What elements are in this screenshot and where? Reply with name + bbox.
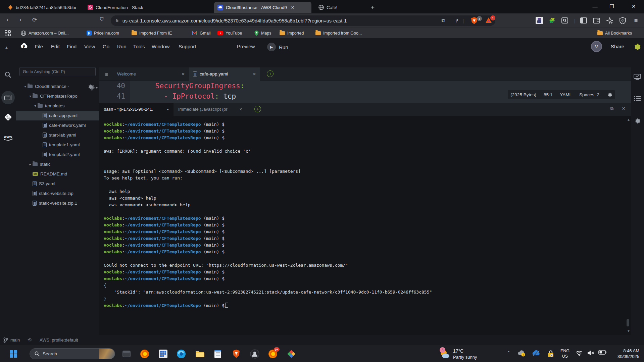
taskbar-brave-icon[interactable] <box>230 348 242 360</box>
search-window-icon[interactable] <box>560 16 569 25</box>
caret-icon[interactable]: ▾ <box>33 104 38 108</box>
wallet-icon[interactable] <box>592 16 601 25</box>
caret-icon[interactable]: ▸ <box>28 162 33 166</box>
new-editor-tab-icon[interactable]: + <box>267 70 274 77</box>
taskbar-window-app-icon[interactable] <box>120 348 133 360</box>
tree-item-start-lab-yaml[interactable]: start-lab.yaml <box>16 130 99 140</box>
terminal-scrollbar[interactable]: ▲ ▼ <box>626 118 630 332</box>
tree-item-cloud9instance-[interactable]: ▾Cloud9Instance - <box>16 82 99 91</box>
browser-tab-4[interactable]: Café! <box>315 2 362 13</box>
share-button[interactable]: Share <box>611 44 624 49</box>
scrollbar-thumb[interactable] <box>627 319 629 326</box>
site-settings-icon[interactable]: ⚞ <box>115 18 119 23</box>
git-branch-icon[interactable] <box>3 338 8 343</box>
tab-close-icon[interactable]: ✕ <box>182 72 185 76</box>
battery-icon[interactable] <box>598 350 606 355</box>
vpn-shield-icon[interactable] <box>618 16 627 25</box>
tab-close-icon[interactable]: ✕ <box>291 5 295 10</box>
taskbar-file-explorer-icon[interactable] <box>194 348 206 360</box>
tree-item-template1-yaml[interactable]: template1.yaml <box>16 140 99 150</box>
taskbar-dark-app-icon[interactable] <box>249 348 261 360</box>
editor-settings-gear-icon[interactable] <box>607 92 612 97</box>
search-icon[interactable] <box>0 71 16 78</box>
menu-edit[interactable]: Edit <box>51 44 60 49</box>
copy-icon[interactable]: ⧉ <box>442 18 445 23</box>
collapse-panel-icon[interactable]: ▲ <box>5 45 8 49</box>
bookmark-item[interactable]: Gmail <box>192 29 211 37</box>
outline-icon[interactable] <box>634 96 641 101</box>
tree-item-readme-md[interactable]: M▾README.md <box>16 169 99 179</box>
menu-tools[interactable]: Tools <box>133 44 145 49</box>
menu-support[interactable]: Support <box>179 44 196 49</box>
spaces-setting[interactable]: Spaces: 2 <box>579 92 599 97</box>
goto-anything-input[interactable]: Go to Anything (Ctrl-P) <box>19 67 96 76</box>
taskbar-firefox-badged-icon[interactable]: 9+ <box>267 348 279 360</box>
terminal-tab-2[interactable]: Immediate (Javascript (br× <box>174 103 247 116</box>
tree-item-s3-yaml[interactable]: S3.yaml <box>16 179 99 189</box>
menu-window[interactable]: Window <box>152 44 169 49</box>
profile-avatar-icon[interactable] <box>535 16 544 25</box>
bookmark-item[interactable]: Maps <box>254 29 271 37</box>
tab-list-hamburger-icon[interactable]: ≡ <box>105 71 108 77</box>
tree-root-gear-icon[interactable] <box>87 84 93 90</box>
browser-tab-1[interactable]: bd284da53241aa8fe56ffb3bbd0c4e3 <box>4 2 80 13</box>
tab-close-icon[interactable]: ✕ <box>253 72 256 76</box>
search-highlight-image[interactable] <box>99 349 115 359</box>
window-restore-button[interactable]: ❐ <box>604 0 620 13</box>
taskbar-firefox-icon[interactable] <box>139 348 151 360</box>
tree-item-cftemplatesrepo[interactable]: ▾CFTemplatesRepo <box>16 91 99 101</box>
terminal[interactable]: voclabs:~/environment/CFTemplatesRepo (m… <box>99 116 631 335</box>
close-panel-icon[interactable]: ✕ <box>622 106 626 111</box>
editor-tab-welcome[interactable]: Welcome✕ <box>113 67 189 81</box>
sync-icon[interactable]: ⟲ <box>28 337 32 343</box>
taskbar-search[interactable]: Search <box>30 348 115 359</box>
menu-file[interactable]: File <box>35 44 43 49</box>
code-editor[interactable]: 4041 SecurityGroupIngress: - IpProtocol:… <box>99 81 631 103</box>
run-button[interactable]: ▶ Run <box>267 42 288 52</box>
tab-close-icon[interactable]: × <box>239 107 242 112</box>
bookmark-item[interactable]: Imported From IE <box>132 29 172 37</box>
wifi-icon[interactable] <box>576 350 583 356</box>
tree-item-static[interactable]: ▸static <box>16 159 99 169</box>
menu-run[interactable]: Run <box>117 44 127 49</box>
start-button[interactable] <box>7 348 19 360</box>
aws-profile-label[interactable]: AWS: profile:default <box>40 338 78 343</box>
onedrive-paused-icon[interactable] <box>532 350 541 357</box>
settings-gear-icon[interactable] <box>632 42 641 51</box>
taskbar-color-app-icon[interactable] <box>285 348 297 360</box>
tree-item-template2-yaml[interactable]: template2.yaml <box>16 150 99 159</box>
lock-icon[interactable] <box>547 350 554 357</box>
caret-icon[interactable]: ▾ <box>28 94 33 98</box>
bookmark-item[interactable]: PPriceline.com <box>87 29 119 37</box>
tree-item-cafe-network-yaml[interactable]: cafe-network.yaml <box>16 120 99 130</box>
caret-icon[interactable]: ▾ <box>23 85 28 88</box>
syntax-mode[interactable]: YAML <box>560 92 572 97</box>
preview-menu[interactable]: Preview <box>237 44 255 49</box>
aws-resources-gear-icon[interactable] <box>634 117 640 124</box>
url-text[interactable]: us-east-1.console.aws.amazon.com/cloud9/… <box>122 18 347 23</box>
menu-go[interactable]: Go <box>103 44 109 49</box>
user-avatar[interactable]: V <box>591 41 602 52</box>
apps-grid-icon[interactable] <box>5 30 11 36</box>
window-close-button[interactable]: ✕ <box>626 0 641 13</box>
git-icon[interactable] <box>0 113 16 121</box>
all-bookmarks-folder[interactable]: All Bookmarks <box>597 29 632 37</box>
back-icon[interactable]: ‹ <box>7 16 9 23</box>
tree-item-templates[interactable]: ▾templates <box>16 101 99 111</box>
bookmark-item[interactable]: Imported from Goo... <box>315 29 362 37</box>
taskbar-numpad-app-icon[interactable] <box>157 348 169 360</box>
browser-tab-2[interactable]: CloudFormation - Stack <box>84 2 161 13</box>
scroll-up-icon[interactable]: ▲ <box>627 118 630 121</box>
menu-find[interactable]: Find <box>67 44 77 49</box>
menu-view[interactable]: View <box>84 44 95 49</box>
editor-tab-cafe-app-yaml[interactable]: cafe-app.yaml✕ <box>189 67 260 81</box>
terminal-tab-1[interactable]: bash - "ip-172-31-90-241.● <box>99 103 174 116</box>
branch-name[interactable]: main <box>10 338 20 343</box>
bookmark-item[interactable]: Imported <box>280 29 304 37</box>
menu-hamburger-icon[interactable]: ≡ <box>632 16 640 25</box>
browser-tab-3[interactable]: Cloud9Instance - AWS Cloud9✕ <box>214 2 311 13</box>
taskbar-notepad-icon[interactable] <box>212 348 224 360</box>
taskbar-blue-browser-icon[interactable] <box>175 348 187 360</box>
aws-logo-icon[interactable]: aws <box>0 134 16 142</box>
tree-item-static-website-zip-1[interactable]: static-website.zip.1 <box>16 198 99 208</box>
